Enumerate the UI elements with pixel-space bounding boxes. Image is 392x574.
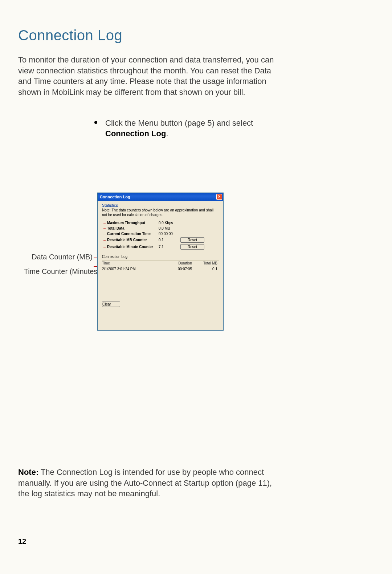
row-mb-counter-value: 0.1 bbox=[159, 238, 176, 242]
instruction-prefix: Click the Menu button (page 5) and selec… bbox=[105, 118, 253, 128]
page-number: 12 bbox=[18, 537, 26, 546]
bullet-icon bbox=[94, 121, 97, 124]
row-min-counter-label: Resettable Minute Counter bbox=[102, 245, 156, 249]
reset-minutes-button[interactable]: Reset bbox=[180, 244, 204, 250]
table-header-row: Time Duration Total MB bbox=[102, 260, 219, 266]
intro-paragraph: To monitor the duration of your connecti… bbox=[18, 54, 279, 98]
statistics-note: Note: The data counters shown below are … bbox=[102, 208, 219, 217]
dialog-title: Connection Log bbox=[100, 195, 130, 199]
col-total-mb: Total MB bbox=[193, 261, 219, 265]
instruction-bullet: Click the Menu button (page 5) and selec… bbox=[94, 118, 374, 139]
annotation-time-counter: Time Counter (Minutes) bbox=[18, 267, 100, 276]
page-title: Connection Log bbox=[18, 27, 374, 44]
dialog-body: Statistics Note: The data counters shown… bbox=[98, 201, 223, 310]
document-page: Connection Log To monitor the duration o… bbox=[0, 0, 392, 574]
row-conn-time-value: 00:00:00 bbox=[159, 232, 176, 236]
connection-log-table: Time Duration Total MB 2/1/2007 3:01:24 … bbox=[102, 260, 219, 302]
cell-duration: 00:07:05 bbox=[168, 267, 193, 271]
table-row: 2/1/2007 3:01:24 PM 00:07:05 0.1 bbox=[102, 266, 219, 272]
row-max-throughput-label: Maximum Throughput bbox=[102, 221, 156, 225]
table-empty-space bbox=[102, 272, 219, 302]
row-max-throughput-value: 0.0 Kbps bbox=[159, 221, 176, 225]
col-duration: Duration bbox=[168, 261, 193, 265]
row-total-data-value: 0.0 MB bbox=[159, 226, 176, 230]
statistics-heading: Statistics bbox=[102, 203, 219, 207]
row-total-data-label: Total Data bbox=[102, 226, 156, 230]
dialog-titlebar: Connection Log × bbox=[98, 193, 223, 201]
connection-log-dialog: Connection Log × Statistics Note: The da… bbox=[97, 193, 224, 331]
cell-time: 2/1/2007 3:01:24 PM bbox=[102, 267, 168, 271]
row-min-counter-value: 7.1 bbox=[159, 245, 176, 249]
col-time: Time bbox=[102, 261, 168, 265]
cell-total-mb: 0.1 bbox=[193, 267, 219, 271]
row-mb-counter-label: Resettable MB Counter bbox=[102, 238, 156, 242]
annotation-data-counter: Data Counter (MB) bbox=[18, 253, 93, 261]
instruction-text: Click the Menu button (page 5) and selec… bbox=[105, 118, 261, 139]
close-icon[interactable]: × bbox=[216, 194, 222, 200]
clear-button[interactable]: Clear bbox=[102, 302, 120, 307]
connection-log-label: Connection Log: bbox=[102, 255, 219, 259]
note-text: The Connection Log is intended for use b… bbox=[18, 468, 272, 498]
note-paragraph: Note: The Connection Log is intended for… bbox=[18, 467, 279, 499]
note-label: Note: bbox=[18, 468, 38, 477]
instruction-bold: Connection Log bbox=[105, 129, 166, 138]
row-conn-time-label: Current Connection Time bbox=[102, 232, 156, 236]
instruction-suffix: . bbox=[166, 129, 168, 138]
reset-mb-button[interactable]: Reset bbox=[180, 237, 204, 243]
statistics-grid: Maximum Throughput 0.0 Kbps Total Data 0… bbox=[102, 221, 219, 250]
